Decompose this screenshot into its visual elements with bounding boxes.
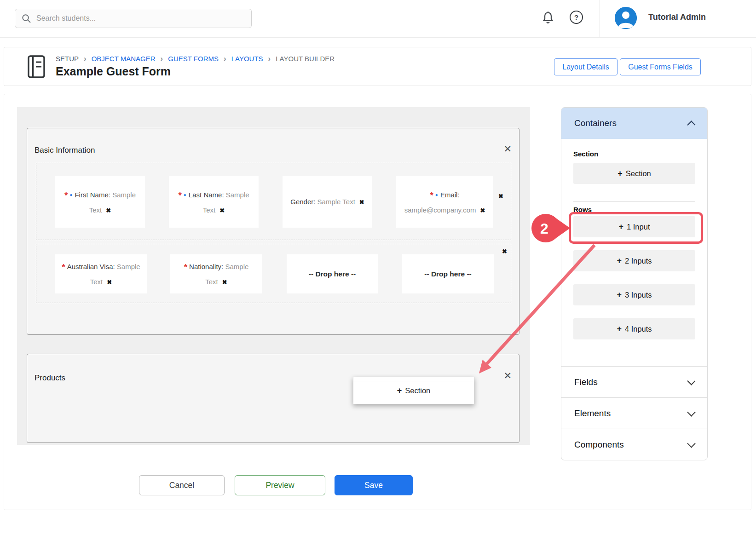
row-button-label: 1 Input [627,223,650,231]
field-card-text: Email: sample@company.com [403,187,487,217]
notifications-bell-icon[interactable] [541,11,556,26]
collapsed-panels: Fields Elements Components [561,366,707,460]
field-label: First Name: [75,191,110,199]
field-card-text: Australian Visa: Sample Text [62,259,140,289]
drop-placeholder-text: -- Drop here -- [309,270,356,278]
breadcrumb-separator-icon [268,55,271,63]
close-section-icon[interactable] [503,144,512,154]
layout-builder-page: Tutorial Admin SETUP OBJECT MANAGER GUES… [0,0,756,534]
field-card-text: Gender: Sample Text [290,195,364,209]
plus-icon [617,290,625,300]
remove-field-icon[interactable] [215,206,225,214]
section-products: Products Section [27,354,519,443]
field-value: Sample Text [317,198,355,206]
layout-builder-body: Basic Information First Name: Sample Tex… [4,94,751,510]
field-card-nationality[interactable]: Nationality: Sample Text [170,254,262,293]
required-icon [64,191,69,199]
field-label: Last Name: [189,191,224,199]
remove-row-icon[interactable] [502,247,507,255]
section-group-label: Section [573,150,695,158]
remove-field-icon[interactable] [355,198,364,206]
add-row-1-input-button[interactable]: 1 Input [573,216,695,237]
remove-field-icon[interactable] [218,278,227,286]
drop-placeholder-text: -- Drop here -- [424,270,471,278]
field-card-text: Last Name: Sample Text [175,187,252,217]
section-basic-information: Basic Information First Name: Sample Tex… [27,128,519,335]
remove-row-icon[interactable] [498,192,503,200]
section-title: Basic Information [35,146,95,155]
remove-field-icon[interactable] [476,206,485,214]
field-value: sample@company.com [404,206,476,214]
breadcrumb-item-object-manager[interactable]: OBJECT MANAGER [92,55,156,63]
breadcrumb-item-layouts[interactable]: LAYOUTS [231,55,263,63]
field-label: Email: [440,191,460,199]
required-icon [430,191,435,199]
add-row-2-inputs-button[interactable]: 2 Inputs [573,250,695,271]
breadcrumb-item-layout-builder: LAYOUT BUILDER [276,55,335,63]
chevron-down-icon [687,377,695,385]
field-card-first-name[interactable]: First Name: Sample Text [55,176,145,228]
lookup-dot-icon [184,191,189,199]
palette-divider [573,201,695,202]
plus-icon [619,222,627,232]
field-label: Australian Visa: [67,263,115,270]
search-input[interactable] [35,14,245,23]
add-row-3-inputs-button[interactable]: 3 Inputs [573,284,695,305]
section-drag-ghost[interactable]: Section [353,377,474,404]
remove-field-icon[interactable] [103,278,112,286]
palette-panel: Containers Section Section Rows 1 Input … [561,107,708,460]
field-card-gender[interactable]: Gender: Sample Text [283,176,372,228]
plus-icon [397,386,405,396]
drop-placeholder[interactable]: -- Drop here -- [287,254,378,293]
elements-panel-header[interactable]: Elements [561,397,707,429]
avatar[interactable] [615,7,637,29]
page-header: SETUP OBJECT MANAGER GUEST FORMS LAYOUTS… [4,47,751,86]
field-row: Australian Visa: Sample Text Nationality… [36,244,511,303]
row-button-label: 4 Inputs [625,325,652,333]
row-button-label: 2 Inputs [625,257,652,265]
save-button[interactable]: Save [335,475,413,495]
guest-forms-fields-button[interactable]: Guest Forms Fields [620,58,701,75]
breadcrumb-item-guest-forms[interactable]: GUEST FORMS [168,55,219,63]
search-icon [22,14,31,23]
topbar-divider [600,0,600,37]
lookup-dot-icon [69,191,75,199]
containers-panel-title: Containers [574,118,617,128]
field-row: First Name: Sample Text Last Name: Sampl… [36,163,511,240]
add-section-label: Section [626,169,651,178]
help-icon[interactable] [570,11,583,24]
drop-placeholder[interactable]: -- Drop here -- [402,254,494,293]
remove-field-icon[interactable] [102,206,111,214]
required-icon [184,263,189,270]
chevron-down-icon [687,408,695,416]
search-box [15,9,252,28]
containers-panel-header[interactable]: Containers [561,108,707,139]
fields-panel-header[interactable]: Fields [561,366,707,397]
topbar: Tutorial Admin [0,0,756,38]
breadcrumb-separator-icon [84,55,87,63]
field-card-last-name[interactable]: Last Name: Sample Text [169,176,259,228]
field-card-email[interactable]: Email: sample@company.com [396,176,493,228]
add-section-button[interactable]: Section [573,163,695,184]
field-label: Gender: [290,198,315,206]
required-icon [62,263,67,270]
builder-canvas: Basic Information First Name: Sample Tex… [17,107,530,445]
user-name[interactable]: Tutorial Admin [648,12,706,22]
elements-panel-title: Elements [574,408,611,419]
preview-button[interactable]: Preview [235,475,325,495]
add-row-4-inputs-button[interactable]: 4 Inputs [573,318,695,339]
components-panel-header[interactable]: Components [561,429,707,460]
field-card-text: First Name: Sample Text [62,187,139,217]
breadcrumb-item-setup[interactable]: SETUP [56,55,79,63]
field-label: Nationality: [189,263,223,270]
plus-icon [617,169,626,178]
section-title: Products [35,373,65,383]
layout-details-button[interactable]: Layout Details [554,58,617,75]
plus-icon [617,324,625,334]
cancel-button[interactable]: Cancel [139,475,225,495]
object-form-icon [26,54,47,81]
field-card-australian-visa[interactable]: Australian Visa: Sample Text [55,254,147,293]
close-section-icon[interactable] [503,371,512,380]
plus-icon [617,256,625,266]
drag-ghost-label: Section [405,386,430,395]
